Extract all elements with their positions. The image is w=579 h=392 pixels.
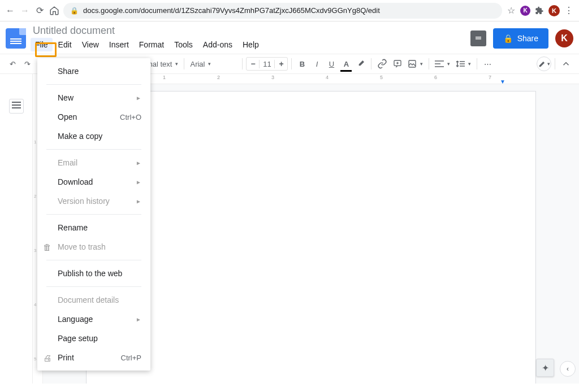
file-menu-rename[interactable]: Rename	[37, 218, 150, 237]
docs-header: Untitled document FileEditViewInsertForm…	[0, 21, 579, 51]
browser-menu-icon[interactable]: ⋮	[563, 5, 574, 16]
menu-bar: FileEditViewInsertFormatToolsAdd-onsHelp	[31, 38, 466, 51]
submenu-arrow-icon: ►	[136, 179, 141, 185]
outline-panel	[0, 74, 33, 384]
trash-icon: 🗑	[43, 242, 51, 252]
file-menu-open[interactable]: OpenCtrl+O	[37, 107, 150, 127]
file-menu-document-details: Document details	[37, 290, 150, 310]
bookmark-star-icon[interactable]: ☆	[505, 5, 517, 16]
editing-mode-button[interactable]: ▾	[537, 56, 551, 71]
file-menu-move-to-trash: 🗑Move to trash	[37, 237, 150, 256]
font-family-dropdown[interactable]: Arial	[188, 57, 239, 71]
font-size-plus[interactable]: +	[275, 59, 287, 68]
text-color-button[interactable]: A	[339, 57, 353, 71]
file-menu-language[interactable]: Language►	[37, 310, 150, 329]
nav-reload-icon[interactable]: ⟳	[34, 5, 45, 16]
docs-logo-icon[interactable]	[6, 28, 26, 49]
ruler-tick: 7	[489, 75, 491, 80]
submenu-arrow-icon: ►	[136, 95, 141, 101]
menu-add-ons[interactable]: Add-ons	[198, 38, 237, 51]
menu-format[interactable]: Format	[135, 38, 168, 51]
lock-icon: 🔒	[503, 34, 513, 43]
margin-indicator-icon[interactable]: ▼	[500, 79, 505, 85]
menu-tools[interactable]: Tools	[170, 38, 197, 51]
file-menu-version-history: Version history►	[37, 191, 150, 211]
font-family-label: Arial	[190, 60, 205, 68]
ruler-tick: 3	[271, 75, 274, 80]
font-size-minus[interactable]: −	[247, 59, 259, 68]
extensions-icon[interactable]	[534, 5, 545, 16]
menu-view[interactable]: View	[77, 38, 103, 51]
add-comment-button[interactable]	[391, 57, 404, 71]
svg-rect-1	[476, 38, 481, 40]
address-bar[interactable]: 🔒 docs.google.com/document/d/1ZSzcahi79V…	[63, 3, 502, 19]
file-menu-share[interactable]: Share	[37, 62, 150, 81]
browser-avatar[interactable]: K	[548, 5, 560, 16]
menu-item-label: Open	[58, 112, 77, 121]
menu-edit[interactable]: Edit	[54, 38, 76, 51]
menu-insert[interactable]: Insert	[105, 38, 133, 51]
italic-button[interactable]: I	[310, 57, 323, 71]
menu-item-label: Publish to the web	[58, 269, 122, 278]
highlight-color-button[interactable]	[354, 57, 368, 71]
document-title[interactable]: Untitled document	[33, 25, 466, 37]
file-menu-dropdown: ShareNew►OpenCtrl+OMake a copyEmail►Down…	[37, 58, 150, 371]
ruler-tick: 4	[34, 302, 36, 307]
submenu-arrow-icon: ►	[136, 160, 141, 166]
profile-chip[interactable]: K	[520, 6, 530, 16]
share-button[interactable]: 🔒 Share	[493, 28, 548, 49]
menu-item-label: Download	[58, 177, 93, 186]
font-size-value[interactable]: 11	[259, 60, 275, 68]
menu-divider	[46, 214, 141, 215]
lock-icon: 🔒	[70, 7, 79, 15]
menu-divider	[46, 286, 141, 287]
menu-item-label: Move to trash	[58, 242, 106, 251]
redo-icon[interactable]: ↷	[20, 57, 34, 71]
insert-link-button[interactable]	[375, 57, 390, 71]
file-menu-publish-to-the-web[interactable]: Publish to the web	[37, 264, 150, 283]
ruler-tick: 3	[34, 248, 36, 253]
align-button[interactable]	[433, 57, 452, 71]
nav-back-icon[interactable]: ←	[5, 5, 16, 16]
collapse-toolbar-icon[interactable]	[559, 57, 573, 71]
menu-shortcut: Ctrl+P	[121, 354, 141, 362]
ruler-tick: 2	[34, 194, 36, 199]
undo-icon[interactable]: ↶	[6, 57, 19, 71]
ruler-tick: 2	[217, 75, 220, 80]
document-page[interactable]	[86, 91, 536, 384]
nav-home-icon[interactable]	[49, 5, 60, 16]
menu-help[interactable]: Help	[238, 38, 263, 51]
side-panel-toggle[interactable]: ‹	[560, 361, 576, 377]
file-menu-new[interactable]: New►	[37, 88, 150, 107]
menu-item-label: Language	[58, 315, 93, 324]
ruler-tick: 5	[380, 75, 383, 80]
menu-item-label: Share	[58, 67, 79, 76]
line-spacing-button[interactable]	[453, 57, 473, 71]
file-menu-page-setup[interactable]: Page setup	[37, 329, 150, 348]
bold-button[interactable]: B	[295, 57, 309, 71]
menu-item-label: Version history	[58, 197, 110, 206]
document-outline-icon[interactable]	[9, 99, 24, 114]
comments-icon[interactable]	[470, 31, 486, 46]
menu-item-label: Make a copy	[58, 132, 102, 141]
explore-button[interactable]: ✦	[536, 359, 554, 377]
account-avatar[interactable]: K	[555, 29, 573, 47]
menu-shortcut: Ctrl+O	[120, 113, 141, 121]
more-tools-button[interactable]: ⋯	[481, 57, 494, 71]
font-size-stepper[interactable]: − 11 +	[246, 57, 288, 71]
file-menu-make-a-copy[interactable]: Make a copy	[37, 127, 150, 146]
nav-forward-icon[interactable]: →	[19, 5, 31, 16]
menu-divider	[46, 84, 141, 85]
share-label: Share	[517, 34, 538, 43]
menu-file[interactable]: File	[31, 38, 53, 51]
ruler-tick: 4	[326, 75, 329, 80]
menu-item-label: Page setup	[58, 334, 98, 343]
file-menu-print[interactable]: 🖨PrintCtrl+P	[37, 348, 150, 367]
underline-button[interactable]: U	[325, 57, 338, 71]
menu-item-label: Print	[58, 353, 74, 362]
url-text: docs.google.com/document/d/1ZSzcahi79Vyv…	[83, 6, 380, 15]
menu-divider	[46, 260, 141, 260]
ruler-tick: 6	[434, 75, 437, 80]
file-menu-download[interactable]: Download►	[37, 172, 150, 191]
insert-image-button[interactable]	[405, 57, 425, 71]
